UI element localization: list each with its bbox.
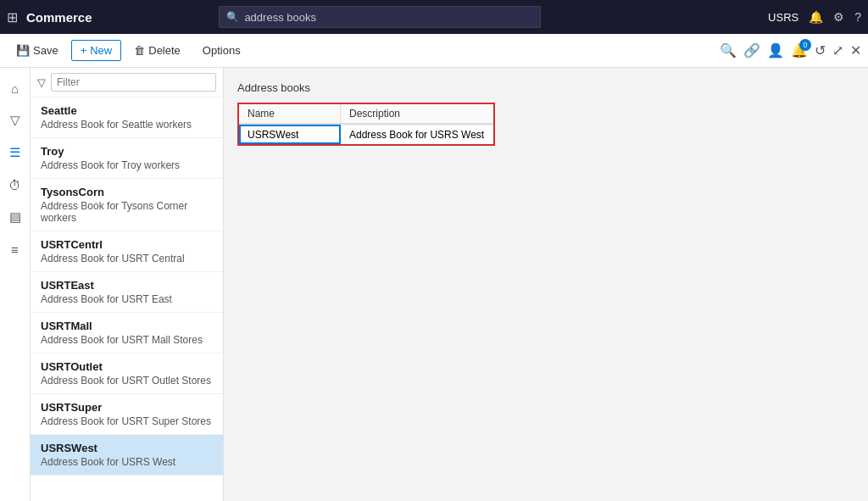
toolbar-notification-icon[interactable]: 🔔 0	[791, 42, 808, 58]
list-item[interactable]: Seattle Address Book for Seattle workers	[31, 97, 223, 138]
global-search-bar[interactable]: 🔍	[219, 6, 541, 28]
item-name: USRSWest	[41, 442, 213, 454]
toolbar-user-icon[interactable]: 👤	[767, 42, 784, 58]
filter-input[interactable]	[51, 73, 216, 92]
toolbar-link-icon[interactable]: 🔗	[743, 42, 760, 58]
settings-icon[interactable]: ⚙	[833, 10, 844, 24]
list-items: Seattle Address Book for Seattle workers…	[31, 97, 223, 501]
address-books-grid: Name Description USRSWest Address Book f…	[237, 103, 495, 146]
col-name-header: Name	[239, 104, 341, 124]
top-navbar: ⊞ Commerce 🔍 USRS 🔔 ⚙ ?	[0, 0, 868, 34]
item-name: Troy	[41, 145, 213, 158]
new-button[interactable]: + New	[71, 40, 122, 61]
side-icons: ⌂ ▽ ☰ ⏱ ▤ ≡	[0, 68, 31, 501]
item-desc: Address Book for Seattle workers	[41, 119, 213, 131]
list-panel: ▽ Seattle Address Book for Seattle worke…	[31, 68, 224, 501]
save-button[interactable]: 💾 Save	[7, 40, 68, 61]
item-name: TysonsCorn	[41, 186, 213, 198]
content-area: Address books Name Description USRSWest …	[224, 68, 868, 501]
notifications-icon[interactable]: 🔔	[809, 10, 823, 24]
delete-icon: 🗑	[134, 44, 145, 57]
toolbar-right-icons: 🔍 🔗 👤 🔔 0 ↺ ⤢ ✕	[720, 42, 861, 58]
options-button[interactable]: Options	[193, 40, 250, 61]
list-item[interactable]: USRTOutlet Address Book for USRT Outlet …	[31, 353, 223, 394]
sidebar-grid-icon[interactable]: ≡	[2, 236, 29, 263]
description-cell[interactable]: Address Book for USRS West	[341, 125, 493, 144]
search-icon: 🔍	[226, 11, 239, 23]
filter-bar: ▽	[31, 68, 223, 97]
toolbar-refresh-icon[interactable]: ↺	[815, 42, 826, 58]
main-container: ⌂ ▽ ☰ ⏱ ▤ ≡ ▽ Seattle Address Book for S…	[0, 68, 868, 501]
list-item[interactable]: USRTSuper Address Book for USRT Super St…	[31, 394, 223, 435]
list-item[interactable]: USRTCentrl Address Book for USRT Central	[31, 231, 223, 272]
name-cell[interactable]: USRSWest	[239, 125, 341, 144]
top-right-icons: USRS 🔔 ⚙ ?	[768, 10, 861, 24]
table-row: USRSWest Address Book for USRS West	[239, 125, 493, 144]
item-desc: Address Book for USRT Super Stores	[41, 415, 213, 427]
item-name: USRTMall	[41, 320, 213, 332]
filter-icon: ▽	[37, 76, 46, 89]
app-grid-icon[interactable]: ⊞	[7, 9, 18, 25]
toolbar: 💾 Save + New 🗑 Delete Options 🔍 🔗 👤 🔔 0 …	[0, 34, 868, 68]
list-item[interactable]: USRTEast Address Book for USRT East	[31, 272, 223, 313]
app-title: Commerce	[26, 10, 92, 25]
list-item[interactable]: Troy Address Book for Troy workers	[31, 138, 223, 179]
global-search-input[interactable]	[244, 11, 533, 24]
sidebar-home-icon[interactable]: ⌂	[2, 75, 29, 102]
item-desc: Address Book for USRT Mall Stores	[41, 334, 213, 346]
list-item[interactable]: USRTMall Address Book for USRT Mall Stor…	[31, 313, 223, 353]
item-name: USRTOutlet	[41, 360, 213, 373]
item-desc: Address Book for USRT East	[41, 293, 213, 305]
item-desc: Address Book for USRT Outlet Stores	[41, 375, 213, 387]
toolbar-expand-icon[interactable]: ⤢	[832, 42, 843, 58]
item-name: USRTSuper	[41, 401, 213, 414]
sidebar-table-icon[interactable]: ▤	[2, 203, 29, 231]
list-item[interactable]: USRSWest Address Book for USRS West	[31, 435, 223, 476]
sidebar-clock-icon[interactable]: ⏱	[2, 171, 29, 198]
sidebar-list-icon[interactable]: ☰	[2, 139, 29, 166]
item-desc: Address Book for USRS West	[41, 456, 213, 468]
item-desc: Address Book for Troy workers	[41, 159, 213, 171]
item-desc: Address Book for USRT Central	[41, 253, 213, 264]
toolbar-close-icon[interactable]: ✕	[850, 42, 861, 58]
list-item[interactable]: TysonsCorn Address Book for Tysons Corne…	[31, 179, 223, 231]
delete-button[interactable]: 🗑 Delete	[125, 40, 190, 61]
grid-rows: USRSWest Address Book for USRS West	[239, 125, 493, 144]
notification-badge: 0	[799, 39, 811, 51]
item-desc: Address Book for Tysons Corner workers	[41, 200, 213, 224]
grid-header: Name Description	[239, 104, 493, 125]
item-name: USRTEast	[41, 279, 213, 292]
section-title: Address books	[237, 81, 854, 94]
sidebar-filter-icon[interactable]: ▽	[2, 107, 29, 134]
new-icon: +	[81, 44, 87, 57]
item-name: Seattle	[41, 104, 213, 117]
user-label: USRS	[768, 11, 798, 24]
item-name: USRTCentrl	[41, 238, 213, 251]
save-icon: 💾	[16, 44, 30, 57]
col-description-header: Description	[341, 104, 493, 124]
toolbar-search-icon[interactable]: 🔍	[720, 42, 737, 58]
help-icon[interactable]: ?	[854, 10, 861, 24]
